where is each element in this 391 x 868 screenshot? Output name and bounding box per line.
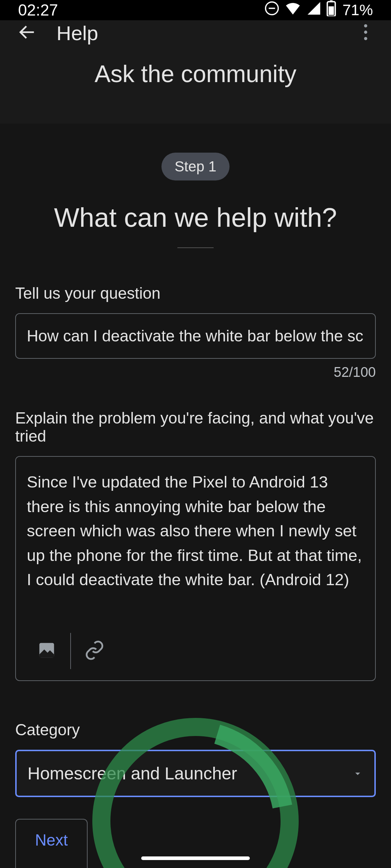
signal-icon (306, 1, 321, 20)
category-selected-value: Homescreen and Launcher (28, 763, 237, 783)
page-headline: Ask the community (0, 46, 391, 124)
svg-point-6 (364, 24, 367, 27)
attach-link-button[interactable] (75, 631, 114, 671)
question-input[interactable] (15, 313, 376, 359)
more-vert-icon (364, 24, 367, 42)
category-select[interactable]: Homescreen and Launcher (15, 750, 376, 797)
battery-icon (327, 0, 336, 20)
battery-percent: 71% (342, 1, 373, 19)
svg-point-8 (364, 37, 367, 40)
step-underline (177, 247, 214, 248)
chevron-down-icon (352, 763, 363, 783)
image-icon (37, 641, 56, 661)
content-area: Step 1 What can we help with? Tell us yo… (0, 124, 391, 868)
step-heading: What can we help with? (15, 202, 376, 233)
svg-rect-3 (330, 0, 332, 2)
app-bar: Help (0, 20, 391, 46)
attach-divider (70, 633, 71, 669)
attach-toolbar (27, 622, 364, 680)
explain-box: Since I've updated the Pixel to Android … (15, 456, 376, 681)
explain-label: Explain the problem you're facing, and w… (15, 409, 376, 445)
overflow-menu-button[interactable] (355, 22, 377, 44)
status-bar: 02:27 71% (0, 0, 391, 20)
category-label: Category (15, 721, 376, 739)
dnd-icon (264, 1, 279, 20)
next-button[interactable]: Next (15, 819, 88, 868)
explain-input[interactable]: Since I've updated the Pixel to Android … (27, 470, 364, 622)
question-counter: 52/100 (15, 365, 376, 380)
wifi-icon (285, 0, 301, 20)
app-title: Help (56, 21, 355, 45)
arrow-left-icon (17, 22, 37, 44)
question-label: Tell us your question (15, 284, 376, 302)
back-button[interactable] (14, 20, 40, 46)
svg-point-7 (364, 31, 367, 34)
svg-point-10 (101, 727, 290, 868)
link-icon (84, 640, 105, 662)
gesture-nav-bar[interactable] (141, 856, 250, 860)
status-icons: 71% (264, 0, 373, 20)
status-time: 02:27 (18, 1, 58, 19)
attach-image-button[interactable] (27, 631, 67, 671)
svg-rect-4 (329, 7, 334, 15)
step-pill: Step 1 (161, 153, 230, 180)
